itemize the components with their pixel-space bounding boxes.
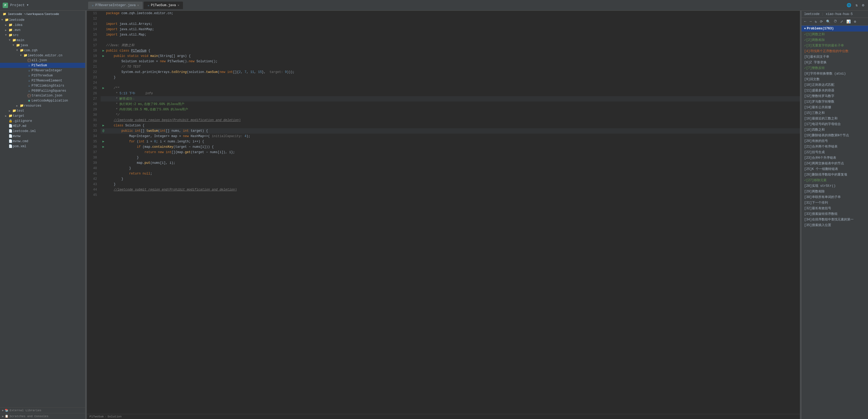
- tree-item-P1TwoSum[interactable]: ☕P1TwoSum: [0, 63, 85, 68]
- split-icon[interactable]: ⇅: [855, 2, 859, 8]
- problem-item-19[interactable]: [19]删除链表的倒数第N个节点: [802, 132, 868, 138]
- tree-item-P699FallingSquares[interactable]: ☕P699FallingSquares: [0, 88, 85, 93]
- tree-item-leetcode.editor.cn[interactable]: ▼📁leetcode.editor.cn: [0, 53, 85, 58]
- code-text-33: public int[] twoSum(int[] nums, int targ…: [106, 128, 208, 133]
- expand-right-icon[interactable]: ⤢: [839, 19, 844, 24]
- tree-item-LeetcodeApplication[interactable]: ◉LeetcodeApplication: [0, 98, 85, 103]
- code-editor[interactable]: package com.zqh.leetcode.editor.cn; impo…: [100, 11, 800, 414]
- breadcrumb-p1twosum[interactable]: P1TwoSum: [90, 415, 104, 418]
- tree-item-java[interactable]: ▼📁java: [0, 43, 85, 48]
- tree-item-HELP.md[interactable]: 📄HELP.md: [0, 123, 85, 128]
- tree-item-all.json[interactable]: {}all.json: [0, 58, 85, 63]
- problem-item-26[interactable]: [26]删除排序数组中的重复项: [802, 172, 868, 177]
- code-text-31: //leetcode submit region begin(Prohibit …: [106, 118, 241, 123]
- tree-item-main[interactable]: ▼📁main: [0, 38, 85, 43]
- gutter-35[interactable]: ▶: [101, 139, 106, 144]
- problem-item-17[interactable]: [17]电话号码的字母组合: [802, 121, 868, 127]
- tree-item-P27RemoveElement[interactable]: ☕P27RemoveElement: [0, 78, 85, 83]
- project-label[interactable]: Project: [10, 3, 25, 7]
- problem-item-27[interactable]: ✓[27]移除元素: [802, 177, 868, 183]
- search-right-icon[interactable]: 🔍: [825, 19, 831, 24]
- tree-item-mvn[interactable]: ▶📁.mvn: [0, 28, 85, 33]
- problem-item-20[interactable]: [20]有效的括号: [802, 138, 868, 144]
- refresh-icon[interactable]: ↻: [814, 19, 818, 24]
- globe-icon[interactable]: 🌐: [845, 2, 852, 8]
- problem-item-34[interactable]: [34]在排序数组中查找元素的第一: [802, 217, 868, 222]
- problem-item-6[interactable]: [6]Z 字形变换: [802, 60, 868, 65]
- problems-list[interactable]: ✓[1]两数之和✓[2]两数相加✓[3]无重复字符的最长子串[4]寻找两个正序数…: [802, 32, 868, 419]
- problem-item-21[interactable]: [21]合并两个有序链表: [802, 144, 868, 149]
- tab-p7reverseinteger[interactable]: ☕ P7ReverseInteger.java ✕: [88, 2, 143, 9]
- tree-item-leetcode-root[interactable]: ▼📁leetcode: [0, 18, 85, 23]
- tree-item-mvnw.cmd[interactable]: 📄mvnw.cmd: [0, 139, 85, 144]
- problem-item-29[interactable]: [29]两数相除: [802, 189, 868, 194]
- tree-item-P7ReverseInteger[interactable]: ☕P7ReverseInteger: [0, 68, 85, 73]
- problem-item-24[interactable]: [24]两两交换链表中的节点: [802, 160, 868, 166]
- tree-item-.gitignore[interactable]: 🔒.gitignore: [0, 118, 85, 123]
- scratch-icon: 📋: [5, 415, 8, 418]
- tree-item-translation.json[interactable]: {}translation.json: [0, 93, 85, 98]
- tab-active-close-btn[interactable]: ✕: [178, 3, 180, 7]
- tree-item-mvnw[interactable]: 📄mvnw: [0, 133, 85, 139]
- problem-item-23[interactable]: [23]合并K个升序链表: [802, 155, 868, 160]
- breadcrumb-solution[interactable]: Solution: [107, 415, 122, 418]
- problem-item-9[interactable]: [9]回文数: [802, 77, 868, 82]
- problem-item-16[interactable]: [16]最接近的三数之和: [802, 116, 868, 121]
- line-num-31: 31: [90, 118, 97, 123]
- problem-item-2[interactable]: ✓[2]两数相加: [802, 37, 868, 43]
- external-libraries-section[interactable]: ▶ 📚 External Libraries: [0, 407, 85, 413]
- problem-item-5[interactable]: [5]最长回文子串: [802, 54, 868, 60]
- tab-close-btn[interactable]: ✕: [137, 3, 139, 7]
- tab-p1twosum[interactable]: ☕ P1TwoSum.java ✕: [144, 2, 183, 9]
- tree-item-test[interactable]: ▶📁test: [0, 108, 85, 113]
- problem-item-8[interactable]: [8]字符串转换整数 (atoi): [802, 71, 868, 77]
- gutter-25[interactable]: ▶: [101, 86, 106, 91]
- problem-item-33[interactable]: [33]搜索旋转排序数组: [802, 211, 868, 217]
- problem-item-1[interactable]: ✓[1]两数之和: [802, 32, 868, 37]
- gutter-36[interactable]: ▶: [101, 144, 106, 150]
- problem-item-14[interactable]: [14]最长公共前缀: [802, 104, 868, 110]
- gutter-19[interactable]: ▶: [101, 54, 106, 59]
- tree-item-idea[interactable]: ▶📁.idea: [0, 23, 85, 28]
- problem-item-18[interactable]: [18]四数之和: [802, 127, 868, 132]
- tree-item-target[interactable]: ▶📁target: [0, 113, 85, 118]
- forward-icon[interactable]: →: [808, 19, 813, 24]
- problem-item-22[interactable]: [22]括号生成: [802, 149, 868, 155]
- file-tree[interactable]: ▼📁leetcode▶📁.idea▶📁.mvn▼📁src▼📁main▼📁java…: [0, 18, 85, 407]
- back-icon[interactable]: ←: [803, 19, 807, 24]
- problem-item-11[interactable]: [11]盛最多水的容器: [802, 88, 868, 93]
- line-num-36: 36: [90, 144, 97, 150]
- gutter-32[interactable]: ▶: [101, 123, 106, 128]
- tree-item-src[interactable]: ▼📁src: [0, 33, 85, 38]
- tree-item-P70ClimbingStairs[interactable]: ☕P70ClimbingStairs: [0, 83, 85, 88]
- scratches-and-consoles-section[interactable]: ▶ 📋 Scratches and Consoles: [0, 413, 85, 419]
- tree-item-leetcode.iml[interactable]: 📄leetcode.iml: [0, 128, 85, 133]
- problem-item-4[interactable]: [4]寻找两个正序数组的中位数: [802, 48, 868, 54]
- chart-icon[interactable]: 📊: [845, 19, 852, 24]
- tree-item-P15ThreeSum[interactable]: ☕P15ThreeSum: [0, 73, 85, 78]
- gear-right-icon[interactable]: ⚙: [853, 19, 857, 24]
- problem-item-15[interactable]: [15]三数之和: [802, 110, 868, 116]
- problem-item-25[interactable]: [25]K 个一组翻转链表: [802, 166, 868, 172]
- problem-item-28[interactable]: [28]实现 strStr(): [802, 183, 868, 189]
- gutter-18[interactable]: ▶: [101, 48, 106, 54]
- sync-icon[interactable]: ⟳: [819, 19, 824, 24]
- problem-item-12[interactable]: [12]整数转罗马数字: [802, 93, 868, 99]
- problem-label-19: [19]删除链表的倒数第N个节点: [804, 133, 849, 137]
- tree-item-resources[interactable]: ▶📁resources: [0, 103, 85, 108]
- timer-icon[interactable]: ⏱: [833, 19, 838, 24]
- project-dropdown-icon[interactable]: ▼: [27, 4, 29, 7]
- gutter-33[interactable]: @: [101, 128, 106, 133]
- problem-item-7[interactable]: ✓[7]整数反转: [802, 65, 868, 71]
- tree-item-com.zqh[interactable]: ▼📁com.zqh: [0, 48, 85, 53]
- tree-item-pom.xml[interactable]: 📄pom.xml: [0, 144, 85, 149]
- problem-item-35[interactable]: [35]搜索插入位置: [802, 222, 868, 228]
- problem-item-31[interactable]: [31]下一个排列: [802, 200, 868, 206]
- problem-item-3[interactable]: ✓[3]无重复字符的最长子串: [802, 43, 868, 48]
- problem-item-30[interactable]: [30]串联所有单词的子串: [802, 194, 868, 200]
- settings-icon[interactable]: ⚙: [861, 2, 865, 8]
- problem-item-13[interactable]: [13]罗马数字转整数: [802, 99, 868, 104]
- problem-item-32[interactable]: [32]最长有效括号: [802, 206, 868, 211]
- problem-label-24: [24]两两交换链表中的节点: [804, 162, 844, 166]
- problem-item-10[interactable]: [10]正则表达式匹配: [802, 82, 868, 88]
